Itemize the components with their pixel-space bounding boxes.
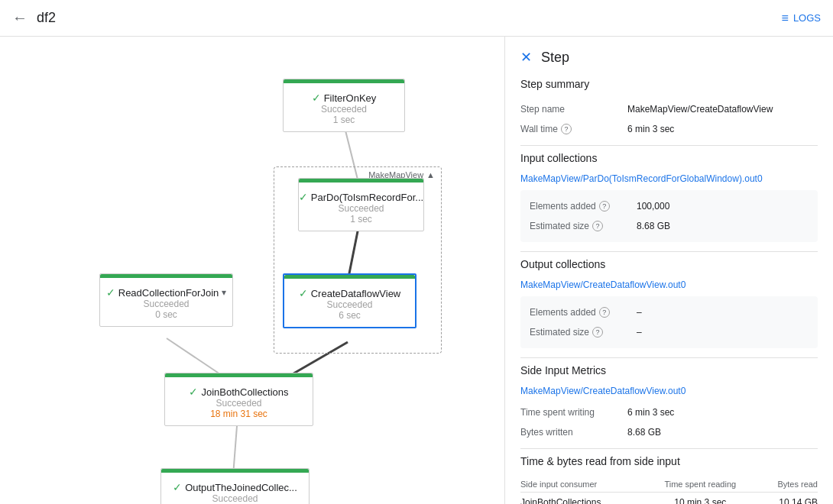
input-elements-value: 100,000: [637, 201, 669, 212]
logs-button[interactable]: ≡ LOGS: [782, 11, 821, 25]
panel-header: ✕ Step: [520, 49, 818, 66]
input-elements-label: Elements added ?: [530, 201, 637, 212]
output-elements-row: Elements added ? –: [530, 302, 809, 322]
node-read-time: 0 sec: [155, 309, 177, 320]
read-chevron-icon[interactable]: ▾: [222, 287, 226, 298]
node-read-title: ✓ ReadCollectionForJoin ▾: [106, 286, 227, 299]
back-button[interactable]: ←: [12, 9, 28, 27]
side-input-metrics-section: Side Input Metrics MakeMapView/CreateDat…: [520, 364, 818, 442]
node-join[interactable]: ✓ JoinBothCollections Succeeded 18 min 3…: [164, 373, 313, 426]
input-elements-help-icon[interactable]: ?: [599, 201, 610, 212]
node-join-title: ✓ JoinBothCollections: [189, 386, 288, 398]
node-output-status: Succeeded: [212, 493, 258, 504]
graph-canvas: MakeMapView ▲ ✓ FilterOnKey Succeeded 1 …: [0, 37, 504, 504]
input-size-value: 8.68 GB: [637, 221, 670, 231]
check-icon-create: ✓: [299, 287, 308, 299]
input-size-help-icon[interactable]: ?: [592, 221, 603, 231]
check-icon-filter: ✓: [312, 92, 321, 104]
output-collection-name[interactable]: MakeMapView/CreateDataflowView.out0: [520, 279, 818, 290]
output-collections-section: Output collections MakeMapView/CreateDat…: [520, 258, 818, 348]
panel-close-button[interactable]: ✕: [520, 49, 532, 66]
check-icon-join: ✓: [189, 386, 198, 398]
input-collection-block: Elements added ? 100,000 Estimated size …: [520, 190, 818, 242]
check-icon-read: ✓: [106, 286, 115, 299]
output-size-help-icon[interactable]: ?: [592, 327, 603, 338]
app-header: ← df2 ≡ LOGS: [0, 0, 833, 37]
col-consumer-header: Side input consumer: [520, 477, 645, 493]
node-filter-title: ✓ FilterOnKey: [312, 92, 377, 104]
input-size-label: Estimated size ?: [530, 221, 637, 231]
time-cell: 10 min 3 sec: [645, 493, 756, 505]
bytes-written-label: Bytes written: [520, 427, 627, 438]
input-elements-row: Elements added ? 100,000: [530, 196, 809, 216]
node-filter-header: [284, 79, 404, 83]
output-elements-help-icon[interactable]: ?: [599, 307, 610, 318]
wall-time-row: Wall time ? 6 min 3 sec: [520, 119, 818, 139]
group-collapse-icon[interactable]: ▲: [426, 170, 435, 179]
node-filter-status: Succeeded: [321, 104, 367, 115]
node-output[interactable]: ✓ OutputTheJoinedCollec... Succeeded 18 …: [160, 468, 310, 504]
divider-1: [520, 145, 818, 146]
node-output-title: ✓ OutputTheJoinedCollec...: [173, 481, 297, 493]
node-read-header: [100, 274, 232, 278]
wall-time-value: 6 min 3 sec: [627, 124, 674, 134]
step-name-label: Step name: [520, 104, 627, 115]
output-elements-value: –: [637, 307, 642, 318]
side-input-collection-name[interactable]: MakeMapView/CreateDataflowView.out0: [520, 386, 818, 396]
col-time-header: Time spent reading: [645, 477, 756, 493]
main-content: MakeMapView ▲ ✓ FilterOnKey Succeeded 1 …: [0, 37, 833, 504]
col-bytes-header: Bytes read: [756, 477, 818, 493]
page-title: df2: [37, 10, 782, 26]
output-elements-label: Elements added ?: [530, 307, 637, 318]
node-pardo-header: [299, 179, 423, 183]
node-filter[interactable]: ✓ FilterOnKey Succeeded 1 sec: [283, 79, 405, 132]
input-collections-section: Input collections MakeMapView/ParDo(ToIs…: [520, 152, 818, 242]
output-size-row: Estimated size ? –: [530, 322, 809, 342]
divider-4: [520, 448, 818, 449]
bytes-cell: 10.14 GB: [756, 493, 818, 505]
check-icon-output: ✓: [173, 481, 182, 493]
consumer-cell[interactable]: JoinBothCollections: [520, 493, 645, 505]
step-summary-title: Step summary: [520, 78, 818, 90]
node-join-status: Succeeded: [216, 398, 261, 409]
node-filter-time: 1 sec: [333, 115, 355, 125]
input-size-row: Estimated size ? 8.68 GB: [530, 216, 809, 236]
node-create-status: Succeeded: [326, 299, 372, 310]
node-pardo-status: Succeeded: [338, 203, 384, 214]
output-size-label: Estimated size ?: [530, 327, 637, 338]
step-summary-section: Step summary Step name MakeMapView/Creat…: [520, 78, 818, 139]
check-icon-pardo: ✓: [299, 191, 308, 203]
node-join-header: [165, 373, 313, 377]
input-collection-name[interactable]: MakeMapView/ParDo(ToIsmRecordForGlobalWi…: [520, 173, 818, 184]
divider-2: [520, 251, 818, 252]
wall-time-help-icon[interactable]: ?: [561, 124, 572, 134]
side-input-table-section: Time & bytes read from side input Side i…: [520, 455, 818, 504]
side-input-table-title: Time & bytes read from side input: [520, 455, 818, 467]
node-output-header: [161, 469, 309, 473]
time-writing-row: Time spent writing 6 min 3 sec: [520, 402, 818, 422]
node-create[interactable]: ✓ CreateDataflowView Succeeded 6 sec: [283, 273, 416, 328]
logs-label: LOGS: [793, 12, 821, 24]
input-collections-title: Input collections: [520, 152, 818, 164]
node-create-header: [284, 275, 415, 279]
node-read[interactable]: ✓ ReadCollectionForJoin ▾ Succeeded 0 se…: [99, 273, 233, 327]
time-writing-value: 6 min 3 sec: [627, 407, 674, 418]
table-row: JoinBothCollections 10 min 3 sec 10.14 G…: [520, 493, 818, 505]
bytes-written-row: Bytes written 8.68 GB: [520, 422, 818, 442]
output-collections-title: Output collections: [520, 258, 818, 270]
step-name-value: MakeMapView/CreateDataflowView: [627, 104, 773, 115]
divider-3: [520, 357, 818, 358]
logs-icon: ≡: [782, 11, 789, 25]
output-size-value: –: [637, 327, 642, 338]
node-create-time: 6 sec: [339, 310, 361, 321]
node-join-time: 18 min 31 sec: [210, 409, 267, 419]
right-panel: ✕ Step Step summary Step name MakeMapVie…: [504, 37, 833, 504]
time-writing-label: Time spent writing: [520, 407, 627, 418]
node-pardo-time: 1 sec: [350, 214, 372, 225]
wall-time-label: Wall time ?: [520, 124, 627, 134]
bytes-written-value: 8.68 GB: [627, 427, 661, 438]
node-pardo[interactable]: ✓ ParDo(ToIsmRecordFor... Succeeded 1 se…: [298, 178, 424, 231]
graph-area[interactable]: MakeMapView ▲ ✓ FilterOnKey Succeeded 1 …: [0, 37, 504, 504]
panel-title: Step: [541, 50, 569, 66]
output-collection-block: Elements added ? – Estimated size ? –: [520, 296, 818, 348]
